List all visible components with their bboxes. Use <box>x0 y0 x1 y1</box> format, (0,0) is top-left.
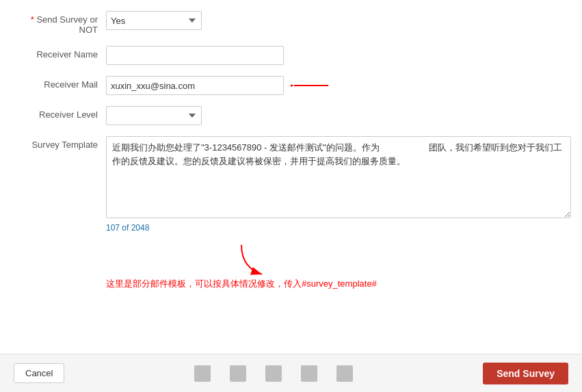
receiver-level-row: Receiver Level <box>14 106 568 125</box>
send-survey-label: Send Survey or NOT <box>14 11 106 35</box>
receiver-name-input[interactable] <box>106 46 284 65</box>
bottom-icon-5 <box>336 365 353 382</box>
cancel-button[interactable]: Cancel <box>14 363 64 383</box>
receiver-name-label: Receiver Name <box>14 46 106 60</box>
receiver-mail-row: Receiver Mail <box>14 76 568 95</box>
bottom-icon-2 <box>230 365 246 382</box>
send-survey-button[interactable]: Send Survey <box>483 363 568 384</box>
survey-template-row: Survey Template 近期我们办助您处理了"3-1234567890 … <box>14 136 568 233</box>
receiver-mail-input[interactable] <box>106 76 284 95</box>
main-form: Send Survey or NOT Yes No Receiver Name … <box>0 0 582 337</box>
send-survey-select[interactable]: Yes No <box>106 11 202 30</box>
survey-template-label: Survey Template <box>14 136 106 150</box>
send-survey-field: Yes No <box>106 11 202 30</box>
bottom-icon-1 <box>194 365 211 382</box>
bottom-bar: Cancel Send Survey <box>0 354 582 392</box>
bottom-icon-3 <box>265 365 282 382</box>
receiver-mail-label: Receiver Mail <box>14 76 106 90</box>
survey-template-textarea[interactable]: 近期我们办助您处理了"3-1234567890 - 发送邮件测试"的问题。作为 … <box>106 136 571 218</box>
bottom-icon-4 <box>301 365 317 382</box>
receiver-level-select[interactable] <box>106 106 202 125</box>
template-annotation-wrapper: 这里是部分邮件模板，可以按具体情况修改，传入#survey_template# <box>14 244 568 290</box>
template-hint-text: 这里是部分邮件模板，可以按具体情况修改，传入#survey_template# <box>106 278 377 290</box>
mail-arrow-icon <box>291 76 332 95</box>
receiver-name-row: Receiver Name 这里输入收件人邮箱 <box>14 46 568 65</box>
receiver-mail-field-wrapper <box>106 76 284 95</box>
survey-template-field-wrapper: 近期我们办助您处理了"3-1234567890 - 发送邮件测试"的问题。作为 … <box>106 136 571 233</box>
template-annotation-area: 这里是部分邮件模板，可以按具体情况修改，传入#survey_template# <box>106 244 377 290</box>
send-survey-row: Send Survey or NOT Yes No <box>14 11 568 35</box>
receiver-level-label: Receiver Level <box>14 106 106 120</box>
bottom-icons-area <box>64 365 483 382</box>
char-count: 107 of 2048 <box>106 223 571 233</box>
template-arrow-icon <box>214 244 269 278</box>
